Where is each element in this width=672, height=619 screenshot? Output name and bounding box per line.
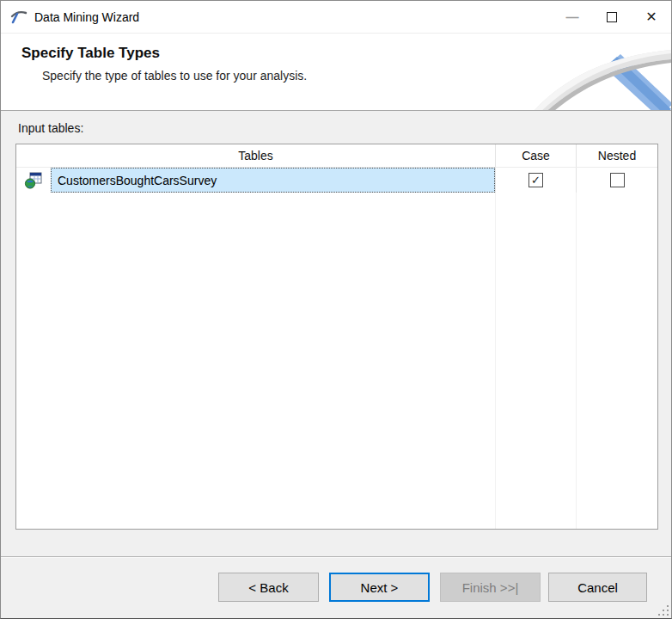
page-title: Specify Table Types (21, 45, 160, 62)
back-button[interactable]: < Back (218, 573, 319, 602)
button-bar: < Back Next > Finish >>| Cancel (1, 556, 671, 618)
grid-empty-area (16, 193, 657, 529)
table-icon (24, 171, 43, 190)
input-tables-label: Input tables: (18, 121, 83, 135)
column-header-nested[interactable]: Nested (576, 144, 657, 167)
maximize-button[interactable] (592, 1, 632, 34)
case-checkbox[interactable]: ✓ (528, 173, 543, 187)
table-row[interactable]: CustomersBoughtCarsSurvey ✓ (16, 168, 657, 193)
next-button[interactable]: Next > (329, 573, 430, 602)
empty-tables-column (16, 193, 495, 529)
data-mining-wizard-window: Data Mining Wizard — ✕ Specify Table Typ… (0, 0, 672, 619)
case-cell: ✓ (495, 168, 576, 193)
selected-table-name[interactable]: CustomersBoughtCarsSurvey (51, 168, 495, 193)
empty-case-column (495, 193, 576, 529)
window-title: Data Mining Wizard (34, 10, 553, 24)
close-button[interactable]: ✕ (632, 1, 671, 34)
minimize-button[interactable]: — (553, 1, 592, 34)
pickaxe-swoosh-graphic (521, 34, 671, 111)
finish-button: Finish >>| (440, 573, 541, 602)
nested-cell (576, 168, 657, 193)
cancel-button[interactable]: Cancel (548, 573, 647, 602)
wizard-banner: Specify Table Types Specify the type of … (1, 34, 671, 111)
title-bar: Data Mining Wizard — ✕ (1, 1, 671, 34)
grid-header-row: Tables Case Nested (16, 144, 657, 168)
content-area: Input tables: Tables Case Nested (1, 111, 671, 556)
pickaxe-icon (10, 9, 27, 26)
table-name-cell[interactable]: CustomersBoughtCarsSurvey (16, 168, 495, 193)
column-header-tables[interactable]: Tables (16, 144, 495, 167)
column-header-case[interactable]: Case (495, 144, 576, 167)
input-tables-grid: Tables Case Nested Custo (15, 144, 658, 530)
nested-checkbox[interactable] (610, 173, 625, 187)
empty-nested-column (576, 193, 657, 529)
page-subtitle: Specify the type of tables to use for yo… (42, 69, 307, 83)
maximize-icon (607, 12, 617, 22)
resize-grip[interactable] (658, 605, 669, 616)
